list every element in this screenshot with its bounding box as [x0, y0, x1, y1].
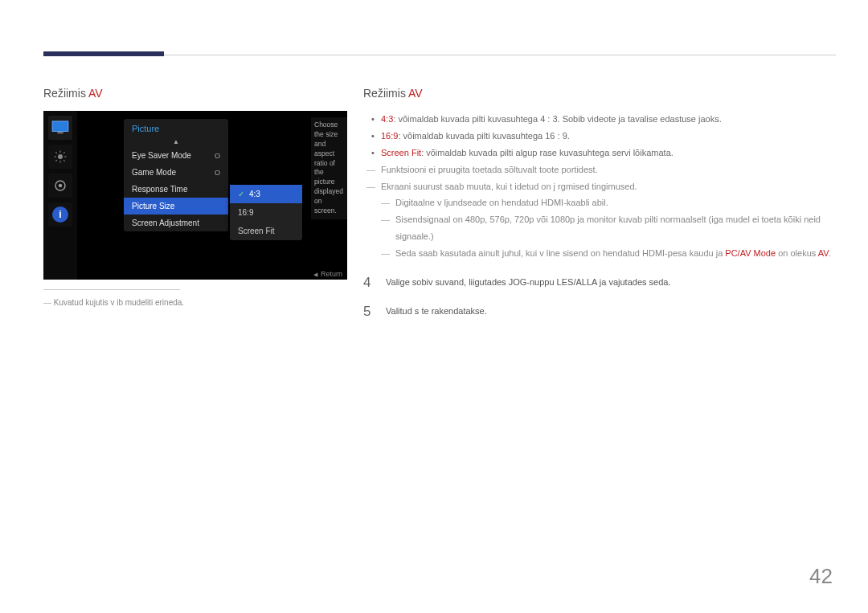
note-signal: Sisendsignaal on 480p, 576p, 720p või 10…	[363, 211, 837, 245]
note-ports: Funktsiooni ei pruugita toetada sõltuval…	[363, 161, 837, 178]
step-5-number: 5	[363, 304, 375, 320]
menu-screen-adjustment: Screen Adjustment	[124, 215, 228, 231]
osd-screenshot: i Picture ▲ Eye Saver ModeO Game ModeO R…	[43, 111, 347, 280]
menu-game-mode: Game ModeO	[124, 164, 228, 181]
note-hdmi-cable: Digitaalne v ljundseade on hendatud HDMI…	[363, 194, 837, 211]
submenu-4-3: ✓4:3	[230, 185, 302, 203]
right-column: Režiimis AV 4:3: võimaldab kuvada pilti …	[363, 87, 837, 320]
note-pcav: Seda saab kasutada ainult juhul, kui v l…	[363, 245, 837, 262]
image-caption: Kuvatud kujutis v ib mudeliti erineda.	[43, 298, 353, 307]
osd-description: Choose the size and aspect ratio of the …	[311, 117, 347, 219]
page-number: 42	[809, 564, 833, 589]
arrow-left-icon: ◀	[313, 272, 317, 277]
menu-picture-size: Picture Size	[124, 198, 228, 215]
caption-divider	[43, 289, 180, 290]
gear-icon	[48, 174, 72, 198]
note-conditions: Ekraani suurust saab muuta, kui t idetud…	[363, 178, 837, 195]
left-heading-text: Režiimis	[43, 87, 88, 100]
step-5: 5 Valitud s te rakendatakse.	[363, 304, 837, 320]
svg-rect-0	[52, 121, 68, 132]
options-list: 4:3: võimaldab kuvada pilti kuvasuhtega …	[371, 111, 837, 161]
osd-submenu: ✓4:3 16:9 Screen Fit	[230, 185, 302, 240]
svg-line-7	[55, 152, 57, 153]
right-heading-text: Režiimis	[363, 87, 408, 100]
step-4-text: Valige sobiv suvand, liigutades JOG-nupp…	[386, 275, 670, 291]
osd-sidebar: i	[43, 111, 77, 280]
header-accent	[43, 51, 164, 56]
svg-rect-1	[57, 132, 63, 133]
svg-line-10	[63, 152, 65, 153]
submenu-16-9: 16:9	[230, 203, 302, 222]
left-column: Režiimis AV i Picture ▲ Eye Saver ModeO …	[43, 87, 353, 307]
osd-footer: ◀Return	[313, 270, 342, 278]
scroll-up-icon: ▲	[124, 137, 228, 147]
brightness-icon	[48, 145, 72, 169]
right-heading-av: AV	[408, 87, 423, 100]
info-icon: i	[52, 206, 68, 223]
submenu-screen-fit: Screen Fit	[230, 222, 302, 240]
return-label: Return	[321, 270, 342, 278]
info-icon-wrap: i	[48, 202, 72, 227]
svg-point-2	[58, 154, 63, 159]
option-16-9: 16:9: võimaldab kuvada pilti kuvasuhtega…	[371, 128, 837, 145]
left-heading: Režiimis AV	[43, 87, 353, 100]
menu-eye-saver: Eye Saver ModeO	[124, 147, 228, 164]
svg-line-9	[55, 160, 57, 161]
right-heading: Režiimis AV	[363, 87, 837, 100]
step-4-number: 4	[363, 275, 375, 291]
svg-line-8	[63, 160, 65, 161]
option-4-3: 4:3: võimaldab kuvada pilti kuvasuhtega …	[371, 111, 837, 128]
option-screen-fit: Screen Fit: võimaldab kuvada pilti algup…	[371, 145, 837, 161]
check-icon: ✓	[238, 190, 244, 198]
svg-point-12	[59, 184, 63, 188]
step-5-text: Valitud s te rakendatakse.	[386, 304, 487, 320]
osd-menu-panel: Picture ▲ Eye Saver ModeO Game ModeO Res…	[124, 119, 228, 231]
monitor-icon	[48, 116, 72, 140]
left-heading-av: AV	[88, 87, 103, 100]
menu-response-time: Response Time	[124, 181, 228, 198]
step-4: 4 Valige sobiv suvand, liigutades JOG-nu…	[363, 275, 837, 291]
osd-menu-title: Picture	[124, 119, 228, 137]
